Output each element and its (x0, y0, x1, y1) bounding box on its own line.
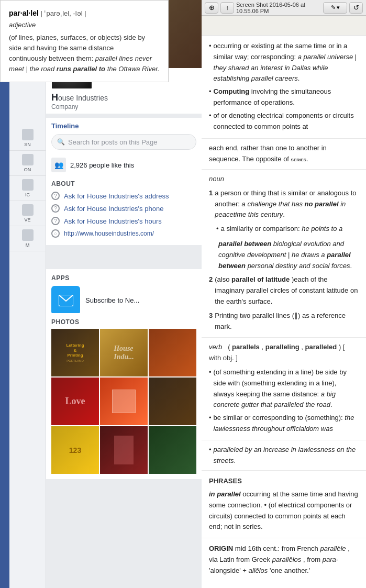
bullet-icon-v2: • (209, 413, 212, 435)
fb-website-link[interactable]: http://www.houseindustries.com/ (64, 230, 154, 237)
dict-origin-alongside: 'alongside' + (209, 567, 248, 574)
fb-photo-thumb-2[interactable]: HouseIndu... (100, 329, 148, 376)
dict-toolbar: ⊕ ↑ Screen Shot 2016-05-06 at 10.55.06 P… (202, 0, 366, 16)
dictionary-right-panel: ⊕ ↑ Screen Shot 2016-05-06 at 10.55.06 P… (202, 0, 366, 588)
globe-icon: ○ (51, 229, 60, 238)
fb-hours-text[interactable]: Ask for House Industries's hours (64, 217, 162, 225)
dict-num-3: 3 (209, 310, 213, 332)
fb-photo-thumb-1[interactable]: Lettering&Printing PORTLAND (51, 329, 99, 376)
dict-def-line3: continuously between them: (9, 54, 93, 62)
fb-search-bar: 🔍 Search for posts on this Page (46, 130, 202, 154)
dict-noun-2: 2 (also parallel of latitude )each of th… (209, 274, 359, 307)
dict-origin-allelos: allēlos (248, 567, 268, 574)
fb-nav-icon-m (22, 229, 34, 241)
bullet-icon-1: • (209, 41, 212, 84)
fb-left-nav-strip (0, 0, 9, 588)
dict-highlight-bar (202, 16, 366, 36)
dict-section-2: each end, rather than one to another in … (202, 139, 366, 170)
fb-apps-section: APPS Subscribe to Ne... (46, 269, 202, 320)
fb-info-item-2[interactable]: ? Ask for House Industries's phone (51, 204, 196, 213)
fb-app-item[interactable]: Subscribe to Ne... (51, 286, 196, 315)
dict-section-cont: • paralleled by an increase in lawlessne… (202, 440, 366, 471)
fb-page-name: House Industries (51, 92, 196, 103)
dict-noun-pos: noun (209, 174, 359, 185)
fb-nav-item-m[interactable]: M (9, 226, 46, 251)
fb-photos-grid: Lettering&Printing PORTLAND HouseIndu...… (51, 329, 196, 474)
bullet-icon-2: • (209, 86, 212, 108)
dict-zoom-btn[interactable]: ⊕ (205, 2, 218, 14)
fb-phone-text[interactable]: Ask for House Industries's phone (64, 205, 163, 213)
fb-photo-thumb-9[interactable] (149, 426, 196, 474)
search-icon: 🔍 (57, 138, 65, 146)
fb-photo-thumb-4[interactable]: Love (51, 378, 99, 425)
fb-photo-thumb-5[interactable] (100, 378, 148, 425)
fb-info-item-3[interactable]: ? Ask for House Industries's hours (51, 217, 196, 225)
fb-photo-thumb-8[interactable] (100, 426, 148, 474)
fb-website-item[interactable]: ○ http://www.houseindustries.com/ (51, 229, 196, 238)
question-icon-1: ? (51, 192, 60, 200)
dict-text-electrical: of or denoting electrical components or … (214, 110, 359, 132)
fb-about-title: ABOUT (51, 180, 196, 187)
dict-noun-1: 1 a person or thing that is similar or a… (209, 188, 359, 220)
dict-parallel-between-1: parallel between biological evolution an… (218, 240, 352, 270)
email-icon (59, 295, 73, 306)
dict-cont-bullet: • paralleled by an increase in lawlessne… (209, 445, 359, 467)
fb-nav-item-ve[interactable]: VE (9, 201, 46, 226)
dict-bullet-computing: • Computing involving the simultaneous p… (209, 86, 359, 108)
fb-photos-section: PHOTOS Lettering&Printing PORTLAND House… (46, 313, 202, 479)
dict-noun-1-sub2: parallel between biological evolution an… (218, 239, 359, 271)
dict-origin-one-another: 'one another.' (270, 567, 310, 574)
search-placeholder: Search for posts on this Page (68, 138, 158, 146)
dict-page-btn[interactable]: ↺ (349, 2, 363, 14)
dict-verb-pos: verb (209, 343, 222, 351)
dict-section-verb: verb ( parallels , paralleling , paralle… (202, 338, 366, 440)
fb-nav-item-sn[interactable]: SN (9, 126, 46, 151)
chevron-down-icon: ▾ (337, 4, 340, 11)
dict-cont-text: paralleled by an increase in lawlessness… (214, 445, 359, 467)
dict-edit-btn[interactable]: ✎ ▾ (323, 2, 347, 14)
dict-title: Screen Shot 2016-05-06 at 10.55.06 PM (236, 2, 321, 14)
in-parallel-bold: in parallel (209, 490, 241, 498)
bullet-icon-3: • (209, 110, 212, 132)
dict-headword: par·al·lel (9, 9, 39, 17)
dict-verb-conjugations: ( parallels , paralleling , paralleled )… (209, 343, 345, 362)
dict-noun-1-sub-text: a similarity or comparison: he points to… (221, 224, 343, 235)
dict-section-1: • occurring or existing at the same time… (202, 36, 366, 139)
bullet-icon-c1: • (209, 445, 212, 467)
fb-about-section: ABOUT ? Ask for House Industries's addre… (46, 175, 202, 245)
dict-noun-3-text: Printing two parallel lines (‖) as a ref… (215, 310, 359, 332)
fb-address-text[interactable]: Ask for House Industries's address (64, 192, 169, 200)
dict-verb-bullet-1: • (of something extending in a line) be … (209, 367, 359, 411)
fb-likes-count: 2,926 people like this (70, 161, 134, 169)
dict-def-line2: side and having the same distance (9, 44, 114, 52)
fb-nav-item-on[interactable]: ON (9, 151, 46, 176)
fb-photo-thumb-7[interactable]: 123 (51, 426, 99, 474)
sub-bullet-icon-1: • (216, 224, 219, 235)
dict-verb-bullet-2: • be similar or corresponding to (someth… (209, 413, 359, 435)
fb-photo-thumb-6[interactable] (149, 378, 196, 425)
fb-nav-item-ic[interactable]: IC (9, 176, 46, 201)
fb-info-item-1[interactable]: ? Ask for House Industries's address (51, 192, 196, 200)
dict-verb-line: verb ( parallels , paralleling , paralle… (209, 342, 359, 364)
dict-edit-group: ✎ ▾ (323, 2, 347, 14)
fb-photo-thumb-3[interactable] (149, 329, 196, 376)
dict-bullet-occurring: • occurring or existing at the same time… (209, 41, 359, 84)
fb-search-input[interactable]: 🔍 Search for posts on this Page (51, 134, 196, 150)
dict-origin-from: , from (303, 556, 323, 563)
dict-section-origin: ORIGIN mid 16th cent.: from French paral… (202, 538, 366, 582)
dict-noun-2-text: (also parallel of latitude )each of the … (215, 274, 359, 307)
dict-origin-text: mid 16th cent.: from French (235, 545, 320, 552)
fb-likes-section: 👥 2,926 people like this (46, 153, 202, 177)
fb-apps-title: APPS (51, 274, 196, 282)
fb-nav-label-ve: VE (24, 217, 30, 223)
dict-noun-1-text: a person or thing that is similar or ana… (215, 188, 359, 220)
fb-nav-label-ic: IC (25, 192, 30, 197)
fb-nav-label-sn: SN (24, 142, 31, 147)
fb-app-name[interactable]: Subscribe to Ne... (85, 296, 139, 304)
fb-likes-icon: 👥 (51, 158, 66, 172)
dictionary-popup: par·al·lel | ˈparəˌlel, -ləl | adjective… (0, 0, 169, 82)
dict-noun-3: 3 Printing two parallel lines (‖) as a r… (209, 310, 359, 332)
dict-share-btn[interactable]: ↑ (220, 2, 234, 14)
question-icon-2: ? (51, 204, 60, 213)
dict-noun-1-sub: • a similarity or comparison: he points … (216, 224, 359, 235)
